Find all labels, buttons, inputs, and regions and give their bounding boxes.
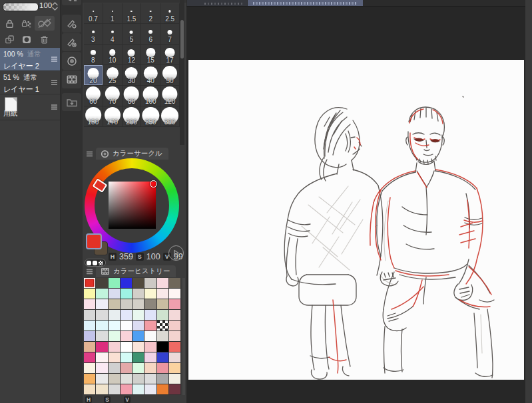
- brush-size-300[interactable]: 300: [160, 106, 180, 127]
- color-history-swatch[interactable]: [144, 289, 156, 299]
- color-history-swatch[interactable]: [157, 278, 169, 289]
- color-history-swatch[interactable]: [169, 352, 181, 363]
- document-tab-active[interactable]: [248, 0, 363, 6]
- brush-size-1[interactable]: 1: [103, 3, 123, 24]
- lock-layer-button[interactable]: [1, 17, 17, 30]
- color-history-swatch[interactable]: [84, 352, 96, 363]
- color-history-swatch[interactable]: [169, 310, 181, 321]
- panel-menu-icon[interactable]: [86, 269, 93, 275]
- color-history-swatch[interactable]: [96, 363, 108, 374]
- clip-to-layer-below-button[interactable]: [35, 16, 55, 31]
- layer-row-paper[interactable]: 用紙: [0, 94, 60, 120]
- color-history-swatch[interactable]: [169, 299, 181, 310]
- color-history-swatch[interactable]: [121, 310, 133, 321]
- color-history-swatch[interactable]: [169, 289, 181, 299]
- color-history-swatch[interactable]: [157, 342, 169, 352]
- color-history-swatch[interactable]: [133, 363, 144, 374]
- color-history-swatch[interactable]: [84, 289, 96, 299]
- brush-size-17[interactable]: 17: [160, 45, 180, 65]
- color-history-swatch[interactable]: [157, 321, 169, 331]
- brush-size-5[interactable]: 5: [123, 24, 142, 45]
- color-history-swatch[interactable]: [121, 374, 133, 384]
- color-history-swatch[interactable]: [144, 363, 156, 374]
- brush-size-100[interactable]: 100: [141, 86, 160, 106]
- color-history-swatch[interactable]: [133, 310, 144, 321]
- color-history-swatch[interactable]: [169, 278, 181, 289]
- brush-size-1.5[interactable]: 1.5: [123, 3, 142, 24]
- color-history-swatch[interactable]: [169, 374, 181, 384]
- color-history-swatch[interactable]: [96, 384, 108, 395]
- brush-size-50[interactable]: 50: [160, 65, 180, 86]
- layer-row-layer1[interactable]: 51 %通常 レイヤー 1: [0, 71, 60, 94]
- layer-mask-button[interactable]: [19, 33, 35, 46]
- lock-transparent-pixels-button[interactable]: [19, 17, 35, 30]
- brush-size-30[interactable]: 30: [123, 65, 142, 86]
- layer-menu-icon[interactable]: [51, 104, 58, 110]
- color-history-swatch[interactable]: [157, 363, 169, 374]
- color-history-swatch[interactable]: [84, 363, 96, 374]
- color-history-swatch[interactable]: [133, 299, 144, 310]
- color-history-swatch[interactable]: [96, 278, 108, 289]
- color-history-swatch[interactable]: [109, 363, 121, 374]
- color-history-swatch[interactable]: [109, 310, 121, 321]
- color-history-swatch[interactable]: [133, 384, 144, 395]
- color-history-panel-button[interactable]: [62, 70, 81, 88]
- color-history-swatch[interactable]: [144, 299, 156, 310]
- color-history-swatch[interactable]: [84, 321, 96, 331]
- color-wheel-panel-button[interactable]: [62, 52, 81, 70]
- color-history-swatch[interactable]: [109, 321, 121, 331]
- color-history-swatch[interactable]: [84, 310, 96, 321]
- brush-size-12[interactable]: 12: [123, 45, 142, 65]
- brush-size-4[interactable]: 4: [103, 24, 123, 45]
- brush-size-170[interactable]: 170: [103, 106, 123, 127]
- color-history-swatch[interactable]: [109, 278, 121, 289]
- brush-panel-scrollbar[interactable]: [180, 0, 184, 145]
- color-history-swatch[interactable]: [144, 342, 156, 352]
- color-history-swatch[interactable]: [96, 299, 108, 310]
- layer-row-layer2[interactable]: 100 %通常 レイヤー 2: [0, 48, 60, 71]
- layer-menu-icon[interactable]: [51, 80, 58, 86]
- brush-size-120[interactable]: 120: [160, 86, 180, 106]
- sv-cursor[interactable]: [150, 180, 157, 188]
- color-history-swatch[interactable]: [157, 352, 169, 363]
- color-history-swatch[interactable]: [133, 352, 144, 363]
- color-history-swatch[interactable]: [169, 342, 181, 352]
- color-history-swatch[interactable]: [133, 321, 144, 331]
- brush-size-2.5[interactable]: 2.5: [160, 3, 180, 24]
- color-history-swatch[interactable]: [169, 363, 181, 374]
- brush-size-3[interactable]: 3: [84, 24, 103, 45]
- color-history-swatch[interactable]: [96, 352, 108, 363]
- color-history-swatch[interactable]: [169, 331, 181, 342]
- color-history-swatch[interactable]: [84, 299, 96, 310]
- subtool-panel-button[interactable]: [62, 0, 81, 5]
- color-history-swatch[interactable]: [133, 278, 144, 289]
- main-sub-transparent-selector[interactable]: [85, 259, 106, 267]
- brush-size-15[interactable]: 15: [141, 45, 160, 65]
- color-history-scrollbar[interactable]: [182, 278, 185, 395]
- color-history-swatch[interactable]: [109, 384, 121, 395]
- layer-opacity-slider[interactable]: [3, 3, 39, 11]
- color-history-swatch[interactable]: [121, 278, 133, 289]
- brush-size-panel-button[interactable]: [62, 33, 81, 51]
- delete-layer-button[interactable]: [36, 33, 52, 46]
- color-history-swatch[interactable]: [84, 331, 96, 342]
- color-history-swatch[interactable]: [121, 321, 133, 331]
- tool-property-panel-button[interactable]: [62, 15, 81, 33]
- color-history-swatch[interactable]: [169, 384, 181, 395]
- color-history-swatch[interactable]: [157, 310, 169, 321]
- color-history-tab[interactable]: カラーヒストリー: [96, 265, 176, 277]
- color-history-swatch[interactable]: [144, 384, 156, 395]
- color-history-swatch[interactable]: [121, 289, 133, 299]
- drawing-canvas[interactable]: [188, 60, 524, 380]
- color-history-swatch[interactable]: [121, 331, 133, 342]
- color-history-swatch[interactable]: [121, 299, 133, 310]
- brush-size-80[interactable]: 80: [123, 86, 142, 106]
- color-history-swatch[interactable]: [157, 299, 169, 310]
- color-history-swatch[interactable]: [169, 321, 181, 331]
- foreground-color-swatch[interactable]: [86, 233, 102, 249]
- color-history-swatch[interactable]: [96, 289, 108, 299]
- saturation-value-square[interactable]: [109, 182, 156, 229]
- color-history-swatch[interactable]: [157, 374, 169, 384]
- brush-size-6[interactable]: 6: [141, 24, 160, 45]
- brush-size-40[interactable]: 40: [141, 65, 160, 86]
